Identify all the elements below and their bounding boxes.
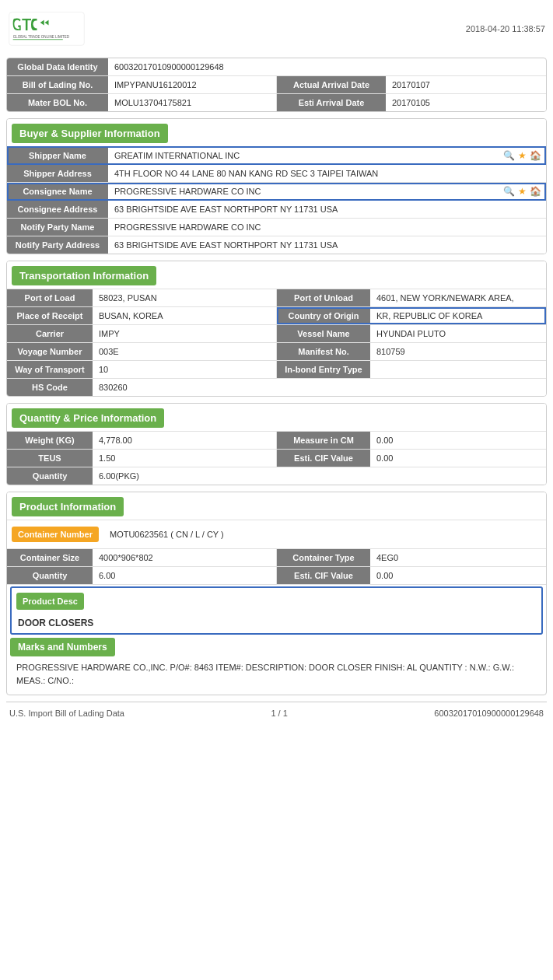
- search-icon[interactable]: 🔍: [503, 150, 515, 161]
- quantity-price-title-row: Quantity & Price Information: [7, 404, 546, 431]
- global-data-row: Global Data Identity 6003201701090000012…: [7, 58, 546, 76]
- container-type-right: Container Type 4EG0: [277, 549, 546, 566]
- notify-party-name-row: Notify Party Name PROGRESSIVE HARDWARE C…: [7, 219, 546, 236]
- svg-text:GLOBAL TRADE ONLINE LIMITED: GLOBAL TRADE ONLINE LIMITED: [13, 35, 70, 39]
- logo-area: GLOBAL TRADE ONLINE LIMITED: [8, 9, 86, 48]
- bol-value: IMPYPANU16120012: [108, 76, 276, 93]
- quantity-price-title: Quantity & Price Information: [12, 408, 164, 428]
- transport-label: Way of Transport: [7, 361, 93, 378]
- arrival-date-value: 20170107: [386, 76, 546, 93]
- star-icon[interactable]: ★: [518, 150, 527, 161]
- product-desc-block: Product Desc DOOR CLOSERS: [10, 586, 543, 635]
- home-icon[interactable]: 🏠: [530, 150, 541, 161]
- container-size-row: Container Size 4000*906*802 Container Ty…: [7, 549, 546, 567]
- container-size-left: Container Size 4000*906*802: [7, 549, 277, 566]
- weight-label: Weight (KG): [7, 432, 93, 449]
- product-desc-value: DOOR CLOSERS: [12, 614, 541, 633]
- esti-arrival-label: Esti Arrival Date: [277, 94, 386, 111]
- receipt-row: Place of Receipt BUSAN, KOREA Country of…: [7, 307, 546, 325]
- prod-quantity-label: Quantity: [7, 567, 93, 584]
- global-data-label: Global Data Identity: [7, 58, 108, 75]
- inbond-right: In-bond Entry Type: [277, 361, 546, 378]
- consignee-star-icon[interactable]: ★: [518, 186, 527, 197]
- consignee-search-icon[interactable]: 🔍: [503, 186, 515, 197]
- teus-left: TEUS 1.50: [7, 450, 277, 467]
- consignee-address-row: Consignee Address 63 BRIGHTSIDE AVE EAST…: [7, 201, 546, 219]
- marks-section: Marks and Numbers PROGRESSIVE HARDWARE C…: [7, 638, 546, 695]
- arrival-date-label: Actual Arrival Date: [277, 76, 386, 93]
- country-origin-value: KR, REPUBLIC OF KOREA: [370, 307, 546, 324]
- esti-arrival-value: 20170105: [386, 94, 546, 111]
- prod-esti-right: Esti. CIF Value 0.00: [277, 567, 546, 584]
- container-number-value: MOTU0623561 ( CN / L / CY ): [103, 530, 230, 539]
- notify-party-name-label: Notify Party Name: [7, 219, 108, 236]
- bol-row: Bill of Lading No. IMPYPANU16120012 Actu…: [7, 76, 546, 94]
- bol-right: Actual Arrival Date 20170107: [277, 76, 546, 93]
- teus-value: 1.50: [93, 450, 276, 467]
- consignee-action-icons: 🔍 ★ 🏠: [503, 186, 546, 197]
- country-origin-right: Country of Origin KR, REPUBLIC OF KOREA: [277, 307, 546, 324]
- footer-center: 1 / 1: [271, 709, 287, 718]
- product-desc-button[interactable]: Product Desc: [16, 593, 84, 610]
- vessel-right: Vessel Name HYUNDAI PLUTO: [277, 325, 546, 342]
- inbond-value: [370, 361, 546, 378]
- mbol-row: Mater BOL No. MOLU13704175821 Esti Arriv…: [7, 94, 546, 111]
- port-load-left: Port of Load 58023, PUSAN: [7, 289, 277, 306]
- container-size-label: Container Size: [7, 549, 93, 566]
- top-info-card: Global Data Identity 6003201701090000012…: [6, 58, 547, 112]
- teus-row: TEUS 1.50 Esti. CIF Value 0.00: [7, 450, 546, 467]
- esti-cif-right: Esti. CIF Value 0.00: [277, 450, 546, 467]
- inbond-label: In-bond Entry Type: [277, 361, 370, 378]
- header: GLOBAL TRADE ONLINE LIMITED 2018-04-20 1…: [6, 6, 547, 51]
- port-unload-right: Port of Unload 4601, NEW YORK/NEWARK ARE…: [277, 289, 546, 306]
- esti-cif-label: Esti. CIF Value: [277, 450, 370, 467]
- voyage-row: Voyage Number 003E Manifest No. 810759: [7, 343, 546, 361]
- hscode-row: HS Code 830260: [7, 379, 546, 396]
- prod-quantity-left: Quantity 6.00: [7, 567, 277, 584]
- manifest-right: Manifest No. 810759: [277, 343, 546, 360]
- bol-left: Bill of Lading No. IMPYPANU16120012: [7, 76, 277, 93]
- page-wrapper: GLOBAL TRADE ONLINE LIMITED 2018-04-20 1…: [0, 0, 553, 980]
- transportation-section: Transportation Information Port of Load …: [6, 261, 547, 397]
- manifest-value: 810759: [370, 343, 546, 360]
- consignee-home-icon[interactable]: 🏠: [530, 186, 541, 197]
- port-load-value: 58023, PUSAN: [93, 289, 276, 306]
- shipper-name-label: Shipper Name: [7, 147, 108, 164]
- transport-row: Way of Transport 10 In-bond Entry Type: [7, 361, 546, 379]
- global-data-value: 60032017010900000129648: [108, 58, 546, 75]
- vessel-label: Vessel Name: [277, 325, 370, 342]
- svg-rect-2: [26, 19, 28, 30]
- transport-left: Way of Transport 10: [7, 361, 277, 378]
- product-info-title: Product Information: [12, 497, 124, 516]
- receipt-label: Place of Receipt: [7, 307, 93, 324]
- hscode-value: 830260: [93, 379, 546, 396]
- vessel-value: HYUNDAI PLUTO: [370, 325, 546, 342]
- receipt-left: Place of Receipt BUSAN, KOREA: [7, 307, 277, 324]
- container-type-label: Container Type: [277, 549, 370, 566]
- weight-left: Weight (KG) 4,778.00: [7, 432, 277, 449]
- container-size-value: 4000*906*802: [93, 549, 276, 566]
- marks-value: PROGRESSIVE HARDWARE CO.,INC. P/O#: 8463…: [10, 656, 543, 691]
- teus-label: TEUS: [7, 450, 93, 467]
- voyage-label: Voyage Number: [7, 343, 93, 360]
- port-load-row: Port of Load 58023, PUSAN Port of Unload…: [7, 289, 546, 307]
- footer-right: 60032017010900000129648: [434, 709, 544, 718]
- prod-esti-value: 0.00: [370, 567, 546, 584]
- weight-row: Weight (KG) 4,778.00 Measure in CM 0.00: [7, 431, 546, 450]
- prod-esti-label: Esti. CIF Value: [277, 567, 370, 584]
- mbol-value: MOLU13704175821: [108, 94, 276, 111]
- shipper-address-label: Shipper Address: [7, 165, 108, 182]
- buyer-supplier-section: Buyer & Supplier Information Shipper Nam…: [6, 118, 547, 254]
- footer-left: U.S. Import Bill of Lading Data: [9, 709, 124, 718]
- carrier-value: IMPY: [93, 325, 276, 342]
- shipper-address-row: Shipper Address 4TH FLOOR NO 44 LANE 80 …: [7, 165, 546, 183]
- quantity-price-section: Quantity & Price Information Weight (KG)…: [6, 403, 547, 485]
- logo-icon: GLOBAL TRADE ONLINE LIMITED: [8, 9, 86, 48]
- quantity-value: 6.00(PKG): [93, 467, 546, 485]
- footer: U.S. Import Bill of Lading Data 1 / 1 60…: [6, 702, 547, 721]
- buyer-supplier-title: Buyer & Supplier Information: [12, 124, 168, 143]
- measure-right: Measure in CM 0.00: [277, 432, 546, 449]
- quantity-row: Quantity 6.00(PKG): [7, 467, 546, 485]
- product-information-section: Product Information Container Number MOT…: [6, 492, 547, 695]
- notify-party-address-row: Notify Party Address 63 BRIGHTSIDE AVE E…: [7, 236, 546, 254]
